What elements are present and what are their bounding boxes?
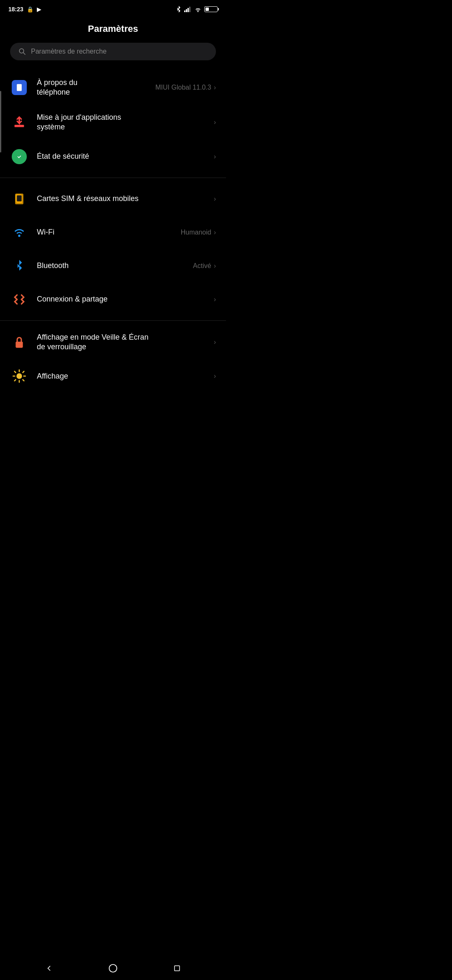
search-icon	[18, 48, 26, 55]
wifi-content: Wi-Fi	[37, 227, 181, 237]
svg-rect-0	[184, 10, 185, 12]
wifi-item[interactable]: Wi-Fi Humanoid ›	[0, 216, 226, 249]
connection-sharing-item[interactable]: Connexion & partage ›	[0, 283, 226, 316]
connection-sharing-content: Connexion & partage	[37, 294, 214, 304]
display-chevron: ›	[214, 372, 216, 380]
sim-cards-item[interactable]: Cartes SIM & réseaux mobiles ›	[0, 182, 226, 216]
security-status-right: ›	[214, 153, 216, 160]
svg-point-4	[19, 49, 24, 53]
status-left: 18:23 🔒 ▶	[8, 6, 41, 13]
display-item[interactable]: Affichage ›	[0, 359, 226, 393]
display-lock-item[interactable]: Affichage en mode Veille & Écrande verro…	[0, 325, 226, 360]
system-update-right: ›	[214, 119, 216, 126]
display-lock-label: Affichage en mode Veille & Écrande verro…	[37, 333, 214, 352]
system-update-item[interactable]: Mise à jour d'applicationssystème ›	[0, 105, 226, 140]
phone-icon	[10, 78, 28, 97]
display-right: ›	[214, 372, 216, 380]
wifi-status-icon	[194, 6, 202, 12]
wifi-label: Wi-Fi	[37, 227, 181, 237]
svg-line-20	[15, 380, 16, 381]
svg-rect-12	[15, 342, 23, 348]
bluetooth-value: Activé	[193, 262, 211, 270]
wifi-chevron: ›	[214, 229, 216, 236]
connection-sharing-chevron: ›	[214, 296, 216, 303]
sim-cards-label: Cartes SIM & réseaux mobiles	[37, 194, 214, 204]
about-phone-item[interactable]: À propos dutéléphone MIUI Global 11.0.3 …	[0, 70, 226, 105]
battery-level: 24	[209, 8, 213, 11]
connection-sharing-label: Connexion & partage	[37, 294, 214, 304]
display-content: Affichage	[37, 371, 214, 381]
system-update-content: Mise à jour d'applicationssystème	[37, 113, 214, 132]
svg-rect-2	[187, 8, 189, 12]
section-display: Affichage en mode Veille & Écrande verro…	[0, 325, 226, 393]
bluetooth-content: Bluetooth	[37, 261, 193, 271]
wifi-icon	[10, 223, 28, 242]
page-title: Paramètres	[0, 17, 226, 43]
svg-line-5	[23, 52, 25, 54]
system-update-chevron: ›	[214, 119, 216, 126]
svg-rect-3	[189, 7, 190, 12]
sim-cards-content: Cartes SIM & réseaux mobiles	[37, 194, 214, 204]
svg-line-19	[23, 380, 24, 381]
about-phone-label: À propos dutéléphone	[37, 78, 155, 98]
svg-rect-6	[17, 84, 22, 91]
about-phone-value: MIUI Global 11.0.3	[155, 84, 211, 91]
sim-icon	[10, 190, 28, 208]
connection-icon	[10, 290, 28, 309]
security-status-content: État de sécurité	[37, 152, 214, 161]
bluetooth-right: Activé ›	[193, 262, 216, 270]
section-device: À propos dutéléphone MIUI Global 11.0.3 …	[0, 70, 226, 173]
security-status-chevron: ›	[214, 153, 216, 160]
search-bar[interactable]: Paramètres de recherche	[10, 43, 216, 60]
system-update-label: Mise à jour d'applicationssystème	[37, 113, 214, 132]
security-status-label: État de sécurité	[37, 152, 214, 161]
about-phone-chevron: ›	[214, 84, 216, 91]
status-right: 24	[176, 5, 218, 13]
bluetooth-icon	[10, 257, 28, 275]
time: 18:23	[8, 6, 23, 13]
display-icon	[10, 367, 28, 385]
security-icon	[10, 147, 28, 166]
search-placeholder-text: Paramètres de recherche	[31, 48, 107, 55]
svg-rect-1	[186, 9, 187, 12]
about-phone-content: À propos dutéléphone	[37, 78, 155, 98]
section-connectivity: Cartes SIM & réseaux mobiles › Wi-Fi Hum…	[0, 182, 226, 316]
svg-point-13	[16, 374, 22, 379]
update-icon	[10, 113, 28, 132]
svg-line-18	[15, 371, 16, 373]
svg-line-21	[23, 371, 24, 373]
divider-1	[0, 178, 226, 178]
battery-indicator: 24	[204, 6, 218, 12]
display-label: Affichage	[37, 371, 214, 381]
about-phone-right: MIUI Global 11.0.3 ›	[155, 84, 216, 91]
wifi-value: Humanoid	[181, 229, 211, 236]
svg-rect-11	[17, 195, 21, 201]
sim-cards-chevron: ›	[214, 195, 216, 203]
status-bar: 18:23 🔒 ▶ 24	[0, 0, 226, 17]
security-status-item[interactable]: État de sécurité ›	[0, 140, 226, 173]
display-lock-content: Affichage en mode Veille & Écrande verro…	[37, 333, 214, 352]
display-lock-chevron: ›	[214, 338, 216, 346]
lock-icon	[10, 333, 28, 351]
sim-cards-right: ›	[214, 195, 216, 203]
display-lock-right: ›	[214, 338, 216, 346]
connection-sharing-right: ›	[214, 296, 216, 303]
bluetooth-item[interactable]: Bluetooth Activé ›	[0, 249, 226, 283]
lock-status-icon: 🔒	[27, 6, 33, 13]
bluetooth-chevron: ›	[214, 262, 216, 270]
wifi-right: Humanoid ›	[181, 229, 216, 236]
bluetooth-status-icon	[176, 5, 182, 13]
divider-2	[0, 320, 226, 321]
signal-icon	[184, 6, 192, 12]
settings-content: À propos dutéléphone MIUI Global 11.0.3 …	[0, 70, 226, 422]
play-icon: ▶	[37, 6, 41, 13]
bluetooth-label: Bluetooth	[37, 261, 193, 271]
